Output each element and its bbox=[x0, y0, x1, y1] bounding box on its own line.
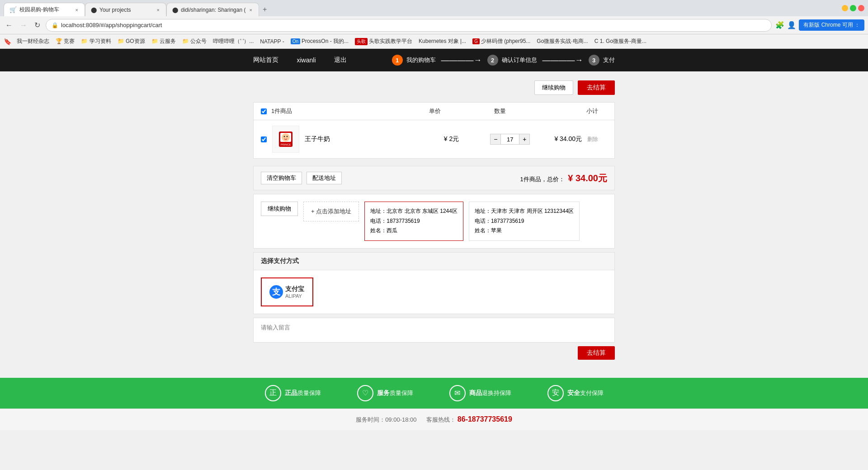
badge-quality-icon: 正 bbox=[265, 385, 281, 401]
footer-badge-return: ✉ 商品退换持保障 bbox=[449, 385, 511, 401]
forward-button[interactable]: → bbox=[18, 19, 29, 31]
browser-toolbar: ← → ↻ 🔒 localhost:8089/#/app/shoppingcar… bbox=[0, 16, 868, 34]
nav-logout[interactable]: 退出 bbox=[334, 56, 347, 64]
continue-shopping-top-button[interactable]: 继续购物 bbox=[534, 80, 573, 95]
bookmark-jingsai[interactable]: 🏆 竞赛 bbox=[53, 37, 77, 46]
cart-item: PRINCE 王子牛奶 ¥ 2元 − + ¥ 34.00元 删除 bbox=[254, 120, 614, 158]
checkout-bottom-button[interactable]: 去结算 bbox=[578, 346, 615, 360]
address-card-1-phone: 电话：18737735619 bbox=[370, 216, 458, 226]
add-address-button[interactable]: + 点击添加地址 bbox=[303, 202, 359, 221]
address-card-2-line1: 地址：天津市 天津市 周开区 12312344区 bbox=[475, 207, 574, 216]
delivery-tab-button[interactable]: 配送地址 bbox=[307, 172, 342, 184]
tab-cart[interactable]: 🛒 校园易购-购物车 × bbox=[4, 3, 85, 16]
cart-summary-text: 1件商品，总价： bbox=[520, 176, 564, 183]
step-1-label: 我的购物车 bbox=[406, 56, 436, 64]
footer-badge-quality: 正 正品质量保障 bbox=[265, 385, 321, 401]
item-checkbox[interactable] bbox=[261, 136, 267, 142]
continue-shopping-address-button[interactable]: 继续购物 bbox=[261, 202, 298, 216]
bookmark-bilibili-label: 哔哩哔哩（' '）... bbox=[213, 38, 254, 45]
qty-decrease-button[interactable]: − bbox=[490, 134, 501, 145]
chrome-update-button[interactable]: 有新版 Chrome 可用 ： bbox=[799, 19, 864, 31]
bookmark-k8s-label: Kubernetes 对象 |... bbox=[419, 38, 466, 45]
item-image-svg: PRINCE bbox=[274, 128, 297, 150]
bookmark-cloud-label: 📁 云服务 bbox=[151, 38, 176, 45]
item-name: 王子牛奶 bbox=[305, 135, 422, 143]
payment-section-header: 选择支付方式 bbox=[254, 253, 614, 270]
bookmark-tougou-label: 头歌实践教学平台 bbox=[369, 38, 412, 45]
bookmark-weixin[interactable]: 📁 公众号 bbox=[179, 37, 209, 46]
address-text: localhost:8089/#/app/shoppingcart/cart bbox=[61, 22, 162, 28]
address-card-1-name: 姓名：西瓜 bbox=[370, 226, 458, 236]
arrow-2: ————→ bbox=[542, 56, 583, 65]
address-bar[interactable]: 🔒 localhost:8089/#/app/shoppingcart/cart bbox=[46, 19, 772, 32]
bookmark-gomicro1[interactable]: Go微服务实战·电商... bbox=[534, 37, 590, 46]
new-tab-button[interactable]: + bbox=[259, 3, 270, 16]
item-delete-link[interactable]: 删除 bbox=[587, 136, 598, 142]
nav-user[interactable]: xiwanli bbox=[297, 56, 316, 64]
bookmark-cloud[interactable]: 📁 云服务 bbox=[149, 37, 179, 46]
svg-text:支: 支 bbox=[272, 287, 281, 296]
bookmark-gomicro2[interactable]: C 1. Go微服务-商量... bbox=[592, 37, 649, 46]
tab-close-github[interactable]: × bbox=[156, 6, 160, 14]
footer-service: 服务时间：09:00-18:00 客服热线： 86-18737735619 bbox=[0, 409, 868, 430]
tab-github[interactable]: ⬤ Your projects × bbox=[85, 3, 166, 16]
cart-header-price: 单价 bbox=[402, 107, 467, 115]
cart-table: 1件商品 单价 数量 小计 bbox=[253, 102, 615, 159]
step-3-circle: 3 bbox=[589, 55, 599, 66]
lock-icon: 🔒 bbox=[52, 22, 58, 28]
badge-service-icon: ♡ bbox=[357, 385, 373, 401]
bookmark-shaolin-label: 少林码僧 (phper95... bbox=[481, 38, 530, 45]
bookmark-natapp[interactable]: NATAPP - bbox=[257, 38, 287, 46]
browser-titlebar: 🛒 校园易购-购物车 × ⬤ Your projects × ⬤ didi/sh… bbox=[0, 0, 868, 16]
message-input[interactable] bbox=[254, 318, 614, 341]
bookmark-jingsai-label: 🏆 竞赛 bbox=[56, 38, 75, 45]
top-nav: 网站首页 xiwanli 退出 1 我的购物车 ————→ 2 确认订单信息 — bbox=[0, 49, 868, 71]
checkout-top-button[interactable]: 去结算 bbox=[578, 80, 615, 95]
step-3-label: 支付 bbox=[603, 56, 615, 64]
bookmark-caijing[interactable]: 我一财经杂志 bbox=[14, 37, 52, 46]
qty-input[interactable] bbox=[501, 134, 519, 145]
bookmark-go[interactable]: 📁 GO资源 bbox=[115, 37, 148, 46]
item-subtotal: ¥ 34.00元 删除 bbox=[539, 135, 607, 143]
address-card-1[interactable]: 地址：北京市 北京市 东城区 1244区 电话：18737735619 姓名：西… bbox=[364, 202, 463, 241]
address-section-body: 继续购物 + 点击添加地址 地址：北京市 北京市 东城区 1244区 电话：18… bbox=[254, 194, 614, 248]
select-all-checkbox[interactable] bbox=[261, 108, 267, 114]
back-button[interactable]: ← bbox=[4, 19, 14, 31]
toolbar-actions: 🧩 👤 有新版 Chrome 可用 ： bbox=[775, 19, 864, 31]
minimize-button[interactable] bbox=[842, 5, 848, 11]
profile-icon[interactable]: 👤 bbox=[787, 21, 796, 29]
clear-cart-button[interactable]: 清空购物车 bbox=[261, 172, 302, 184]
cart-total-price: ¥ 34.00元 bbox=[568, 173, 607, 183]
bookmark-bilibili[interactable]: 哔哩哔哩（' '）... bbox=[210, 37, 256, 46]
svg-text:PRINCE: PRINCE bbox=[281, 143, 291, 146]
window-controls bbox=[842, 5, 864, 11]
bookmark-processon[interactable]: On ProcessOn - 我的... bbox=[288, 37, 351, 46]
badge-return-text: 商品退换持保障 bbox=[469, 389, 511, 397]
svg-point-3 bbox=[284, 136, 285, 137]
cart-footer: 清空购物车 配送地址 1件商品，总价： ¥ 34.00元 bbox=[253, 166, 615, 190]
address-card-2-phone: 电话：18737735619 bbox=[475, 216, 574, 226]
payment-section: 选择支付方式 支 支付宝 ALIPAY bbox=[253, 252, 615, 314]
reload-button[interactable]: ↻ bbox=[33, 19, 42, 31]
tab-close-cart[interactable]: × bbox=[75, 6, 79, 14]
maximize-button[interactable] bbox=[850, 5, 856, 11]
qty-increase-button[interactable]: + bbox=[519, 134, 530, 145]
extensions-icon: 🧩 bbox=[775, 21, 784, 29]
alipay-option[interactable]: 支 支付宝 ALIPAY bbox=[261, 277, 313, 306]
bookmark-study[interactable]: 📁 学习资料 bbox=[78, 37, 113, 46]
bookmark-shaolin[interactable]: G 少林码僧 (phper95... bbox=[470, 37, 533, 46]
bookmark-k8s[interactable]: Kubernetes 对象 |... bbox=[416, 37, 469, 46]
browser-window: 🛒 校园易购-购物车 × ⬤ Your projects × ⬤ didi/sh… bbox=[0, 0, 868, 430]
nav-home[interactable]: 网站首页 bbox=[253, 56, 278, 64]
close-button[interactable] bbox=[858, 5, 864, 11]
bookmarks-bar: 🔖 我一财经杂志 🏆 竞赛 📁 学习资料 📁 GO资源 📁 云服务 📁 公众号 … bbox=[0, 34, 868, 49]
bookmark-tougou[interactable]: 头歌 头歌实践教学平台 bbox=[352, 37, 415, 46]
alipay-sublabel: ALIPAY bbox=[285, 293, 304, 299]
tab-close-sharingan[interactable]: × bbox=[248, 6, 253, 14]
tab-title-sharingan: didi/sharingan: Sharingan ( bbox=[181, 7, 245, 13]
hotline-number: 86-18737735619 bbox=[458, 415, 512, 423]
address-card-2[interactable]: 地址：天津市 天津市 周开区 12312344区 电话：18737735619 … bbox=[469, 202, 580, 241]
cart-header-qty: 数量 bbox=[467, 107, 533, 115]
tab-sharingan[interactable]: ⬤ didi/sharingan: Sharingan ( × bbox=[166, 3, 259, 16]
hotline-label: 客服热线： bbox=[426, 416, 456, 423]
